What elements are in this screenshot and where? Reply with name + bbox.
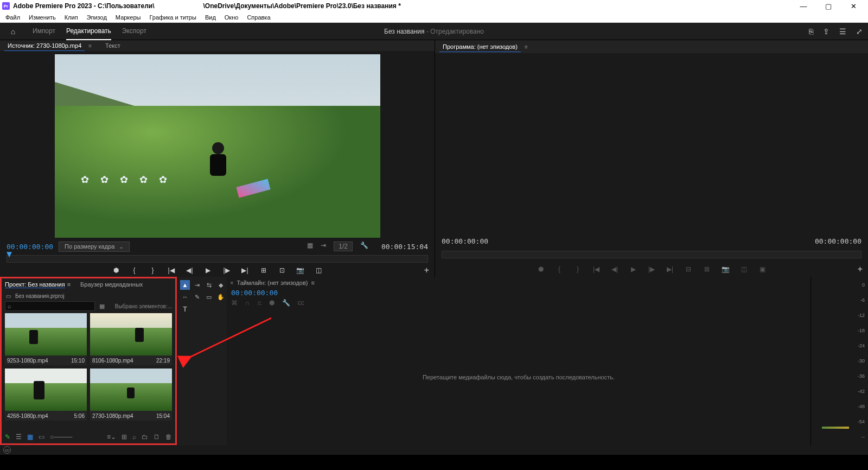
window-close-button[interactable]: ✕ xyxy=(841,0,866,12)
zoom-slider[interactable]: ○──── xyxy=(50,433,72,441)
rectangle-tool-icon[interactable]: ▭ xyxy=(204,292,214,302)
add-button-icon[interactable]: + xyxy=(424,265,429,275)
list-view-icon[interactable]: ☰ xyxy=(16,433,22,441)
extract-icon[interactable]: ⊠ xyxy=(703,265,711,273)
find-icon[interactable]: ⌕ xyxy=(132,433,136,441)
cc-status-icon[interactable]: cc xyxy=(3,446,11,454)
razor-tool-icon[interactable]: ◆ xyxy=(216,280,226,290)
menu-markers[interactable]: Маркеры xyxy=(112,13,144,22)
clip-item[interactable]: 2730-1080p.mp415:04 xyxy=(90,369,172,421)
goto-in-icon[interactable]: |◀ xyxy=(167,266,176,274)
workspace-tab-export[interactable]: Экспорт xyxy=(122,23,146,40)
freeform-view-icon[interactable]: ▭ xyxy=(39,433,44,441)
menu-file[interactable]: Файл xyxy=(2,13,23,22)
panel-menu-icon[interactable]: ≡ xyxy=(67,281,71,288)
menu-window[interactable]: Окно xyxy=(221,13,242,22)
in-point-icon[interactable]: { xyxy=(555,265,564,273)
panel-menu-icon[interactable]: ≡ xyxy=(523,44,529,50)
filter-icon[interactable]: ▦ xyxy=(99,303,105,310)
quick-export-icon[interactable]: ⎘ xyxy=(809,27,813,36)
panel-menu-icon[interactable]: ≡ xyxy=(87,43,93,49)
out-point-icon[interactable]: } xyxy=(573,265,582,273)
out-point-icon[interactable]: } xyxy=(149,266,157,274)
magnet-icon[interactable]: ∩ xyxy=(245,299,250,307)
timeline-timecode[interactable]: 00:00:00:00 xyxy=(227,289,810,297)
program-tab[interactable]: Программа: (нет эпизодов) xyxy=(439,42,521,52)
clip-item[interactable]: 9253-1080p.mp415:10 xyxy=(5,313,87,365)
timeline-tab[interactable]: Таймлайн: (нет эпизодов) xyxy=(237,280,308,286)
sort-icon[interactable]: ≡⌄ xyxy=(107,433,116,441)
workspace-tab-edit[interactable]: Редактировать xyxy=(66,23,111,40)
trash-icon[interactable]: 🗑 xyxy=(165,433,172,441)
menu-sequence[interactable]: Эпизод xyxy=(84,13,110,22)
comparison-icon[interactable]: ◫ xyxy=(739,265,748,273)
goto-in-icon[interactable]: |◀ xyxy=(592,265,601,273)
play-icon[interactable]: ▶ xyxy=(629,265,637,273)
menu-view[interactable]: Вид xyxy=(202,13,219,22)
fit-dropdown[interactable]: По размеру кадра xyxy=(59,242,130,252)
new-item-icon[interactable]: 🗋 xyxy=(154,433,160,441)
pen-tool-icon[interactable]: ✎ xyxy=(192,292,202,302)
resolution-selector[interactable]: 1/2 xyxy=(334,242,353,251)
source-scrubber[interactable] xyxy=(0,252,435,264)
source-monitor[interactable] xyxy=(0,51,435,241)
hand-tool-icon[interactable]: ✋ xyxy=(216,292,226,302)
overwrite-clip-icon[interactable]: ⊡ xyxy=(278,266,286,274)
comparison-icon[interactable]: ◫ xyxy=(315,266,323,274)
settings-icon[interactable]: ▦ xyxy=(307,242,313,251)
insert-icon[interactable]: ⇥ xyxy=(321,242,326,251)
insert-clip-icon[interactable]: ⊞ xyxy=(259,266,268,274)
clip-item[interactable]: 4268-1080p.mp45:06 xyxy=(5,369,87,421)
timeline-drop-area[interactable]: Перетащите медиафайлы сюда, чтобы создат… xyxy=(227,309,810,445)
media-browser-tab[interactable]: Браузер медиаданных xyxy=(80,281,143,288)
marker-icon[interactable]: ⬢ xyxy=(269,299,275,307)
export-frame-icon[interactable]: 📷 xyxy=(296,266,305,274)
safe-margins-icon[interactable]: ▣ xyxy=(758,265,767,273)
selection-tool-icon[interactable]: ▲ xyxy=(180,280,190,290)
program-monitor[interactable] xyxy=(435,53,868,234)
menu-edit[interactable]: Изменить xyxy=(25,13,59,22)
rw-icon[interactable]: ✎ xyxy=(5,433,10,441)
snap-icon[interactable]: ⌘ xyxy=(231,299,238,307)
panel-menu-icon[interactable]: ≡ xyxy=(311,280,315,286)
export-frame-icon[interactable]: 📷 xyxy=(721,265,730,273)
step-back-icon[interactable]: ◀| xyxy=(186,266,194,274)
project-search-input[interactable]: ⌕ xyxy=(5,301,95,311)
clip-item[interactable]: 8106-1080p.mp422:19 xyxy=(90,313,172,365)
window-minimize-button[interactable]: — xyxy=(791,0,816,12)
lift-icon[interactable]: ⊟ xyxy=(684,265,693,273)
play-icon[interactable]: ▶ xyxy=(204,266,213,274)
program-timecode-in[interactable]: 00:00:00:00 xyxy=(442,237,488,245)
source-timecode-in[interactable]: 00:00:00:00 xyxy=(7,243,53,251)
share-icon[interactable]: ⇪ xyxy=(823,27,829,36)
icon-view-icon[interactable]: ▦ xyxy=(27,433,33,441)
window-maximize-button[interactable]: ▢ xyxy=(816,0,841,12)
workspace-menu-icon[interactable]: ☰ xyxy=(839,27,846,36)
cc-icon[interactable]: cc xyxy=(298,299,304,307)
fullscreen-icon[interactable]: ⤢ xyxy=(856,27,863,36)
source-tab[interactable]: Источник: 2730-1080p.mp4 xyxy=(4,41,85,51)
add-button-icon[interactable]: + xyxy=(858,264,863,274)
slip-tool-icon[interactable]: ↔ xyxy=(180,292,190,302)
linked-sel-icon[interactable]: ⎌ xyxy=(258,299,261,307)
wrench-icon[interactable]: 🔧 xyxy=(360,242,368,251)
type-tool-icon[interactable]: T xyxy=(180,305,190,313)
program-scrubber[interactable] xyxy=(435,247,868,262)
home-icon[interactable]: ⌂ xyxy=(5,24,21,39)
track-select-tool-icon[interactable]: ⇥ xyxy=(192,280,202,290)
in-point-icon[interactable]: { xyxy=(130,266,139,274)
goto-out-icon[interactable]: ▶| xyxy=(241,266,250,274)
goto-out-icon[interactable]: ▶| xyxy=(666,265,674,273)
marker-icon[interactable]: ⬢ xyxy=(537,265,545,273)
text-tab[interactable]: Текст xyxy=(102,41,124,50)
new-bin-icon[interactable]: 🗀 xyxy=(142,433,148,441)
menu-clip[interactable]: Клип xyxy=(61,13,81,22)
step-fwd-icon[interactable]: |▶ xyxy=(647,265,656,273)
workspace-tab-import[interactable]: Импорт xyxy=(33,23,55,40)
step-fwd-icon[interactable]: |▶ xyxy=(222,266,231,274)
auto-seq-icon[interactable]: ⊞ xyxy=(122,433,127,441)
ripple-tool-icon[interactable]: ⇆ xyxy=(204,280,214,290)
menu-graphics[interactable]: Графика и титры xyxy=(146,13,199,22)
settings-icon[interactable]: 🔧 xyxy=(282,299,290,307)
step-back-icon[interactable]: ◀| xyxy=(610,265,619,273)
